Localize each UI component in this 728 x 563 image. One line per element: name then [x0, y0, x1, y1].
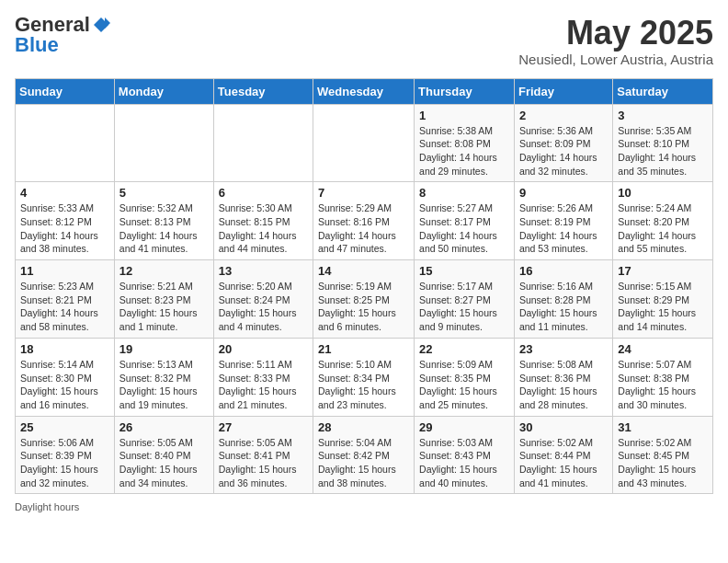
column-header-saturday: Saturday [613, 78, 713, 104]
day-number: 11 [20, 264, 109, 278]
calendar-cell: 8Sunrise: 5:27 AM Sunset: 8:17 PM Daylig… [415, 182, 515, 260]
day-number: 9 [519, 186, 608, 200]
day-number: 14 [318, 264, 409, 278]
day-info: Sunrise: 5:17 AM Sunset: 8:27 PM Dayligh… [419, 280, 509, 334]
day-number: 20 [219, 342, 308, 356]
calendar-cell: 1Sunrise: 5:38 AM Sunset: 8:08 PM Daylig… [415, 104, 515, 182]
footer-label: Daylight hours [15, 501, 79, 512]
day-number: 31 [618, 420, 708, 434]
day-info: Sunrise: 5:20 AM Sunset: 8:24 PM Dayligh… [219, 280, 308, 334]
day-info: Sunrise: 5:35 AM Sunset: 8:10 PM Dayligh… [618, 124, 708, 178]
day-info: Sunrise: 5:10 AM Sunset: 8:34 PM Dayligh… [318, 358, 409, 412]
calendar-cell [313, 104, 415, 182]
calendar-cell: 28Sunrise: 5:04 AM Sunset: 8:42 PM Dayli… [313, 416, 415, 494]
calendar-cell [213, 104, 313, 182]
calendar-cell: 27Sunrise: 5:05 AM Sunset: 8:41 PM Dayli… [213, 416, 313, 494]
day-info: Sunrise: 5:32 AM Sunset: 8:13 PM Dayligh… [119, 201, 209, 256]
day-info: Sunrise: 5:05 AM Sunset: 8:41 PM Dayligh… [219, 436, 308, 490]
calendar-table: SundayMondayTuesdayWednesdayThursdayFrid… [15, 78, 713, 495]
calendar-cell: 17Sunrise: 5:15 AM Sunset: 8:29 PM Dayli… [613, 260, 713, 339]
day-number: 22 [419, 342, 509, 356]
day-info: Sunrise: 5:09 AM Sunset: 8:35 PM Dayligh… [419, 358, 509, 412]
day-number: 8 [419, 186, 509, 200]
column-header-sunday: Sunday [16, 78, 115, 104]
calendar-cell: 4Sunrise: 5:33 AM Sunset: 8:12 PM Daylig… [16, 182, 115, 260]
day-info: Sunrise: 5:19 AM Sunset: 8:25 PM Dayligh… [318, 280, 409, 334]
location-subtitle: Neusiedl, Lower Austria, Austria [518, 52, 713, 67]
day-info: Sunrise: 5:05 AM Sunset: 8:40 PM Dayligh… [119, 436, 209, 490]
calendar-cell: 19Sunrise: 5:13 AM Sunset: 8:32 PM Dayli… [114, 338, 213, 416]
day-info: Sunrise: 5:30 AM Sunset: 8:15 PM Dayligh… [219, 201, 308, 256]
title-block: May 2025 Neusiedl, Lower Austria, Austri… [518, 15, 713, 67]
day-info: Sunrise: 5:14 AM Sunset: 8:30 PM Dayligh… [20, 358, 109, 412]
calendar-cell: 18Sunrise: 5:14 AM Sunset: 8:30 PM Dayli… [16, 338, 115, 416]
day-number: 4 [20, 186, 109, 200]
calendar-cell: 26Sunrise: 5:05 AM Sunset: 8:40 PM Dayli… [114, 416, 213, 494]
day-info: Sunrise: 5:02 AM Sunset: 8:44 PM Dayligh… [519, 436, 608, 490]
calendar-cell: 29Sunrise: 5:03 AM Sunset: 8:43 PM Dayli… [415, 416, 515, 494]
day-info: Sunrise: 5:21 AM Sunset: 8:23 PM Dayligh… [119, 280, 209, 334]
day-info: Sunrise: 5:13 AM Sunset: 8:32 PM Dayligh… [119, 358, 209, 412]
calendar-cell: 12Sunrise: 5:21 AM Sunset: 8:23 PM Dayli… [114, 260, 213, 339]
column-header-monday: Monday [114, 78, 213, 104]
day-number: 24 [618, 342, 708, 356]
logo: General Blue [15, 15, 110, 55]
day-number: 16 [519, 264, 608, 278]
calendar-week-row: 1Sunrise: 5:38 AM Sunset: 8:08 PM Daylig… [16, 104, 713, 182]
calendar-cell: 11Sunrise: 5:23 AM Sunset: 8:21 PM Dayli… [16, 260, 115, 339]
day-number: 2 [519, 109, 608, 122]
day-number: 15 [419, 264, 509, 278]
day-info: Sunrise: 5:23 AM Sunset: 8:21 PM Dayligh… [20, 280, 109, 334]
calendar-cell: 22Sunrise: 5:09 AM Sunset: 8:35 PM Dayli… [415, 338, 515, 416]
day-info: Sunrise: 5:33 AM Sunset: 8:12 PM Dayligh… [20, 201, 109, 256]
calendar-cell: 3Sunrise: 5:35 AM Sunset: 8:10 PM Daylig… [613, 104, 713, 182]
day-info: Sunrise: 5:26 AM Sunset: 8:19 PM Dayligh… [519, 201, 608, 256]
day-number: 10 [618, 186, 708, 200]
day-number: 12 [119, 264, 209, 278]
logo-general: General [15, 15, 90, 35]
calendar-header-row: SundayMondayTuesdayWednesdayThursdayFrid… [16, 78, 713, 104]
day-number: 1 [419, 109, 509, 122]
page-header: General Blue May 2025 Neusiedl, Lower Au… [15, 15, 713, 67]
calendar-cell: 2Sunrise: 5:36 AM Sunset: 8:09 PM Daylig… [514, 104, 612, 182]
day-info: Sunrise: 5:06 AM Sunset: 8:39 PM Dayligh… [20, 436, 109, 490]
calendar-cell: 7Sunrise: 5:29 AM Sunset: 8:16 PM Daylig… [313, 182, 415, 260]
day-info: Sunrise: 5:15 AM Sunset: 8:29 PM Dayligh… [618, 280, 708, 334]
day-number: 13 [219, 264, 308, 278]
column-header-wednesday: Wednesday [313, 78, 415, 104]
day-number: 30 [519, 420, 608, 434]
day-number: 21 [318, 342, 409, 356]
calendar-week-row: 4Sunrise: 5:33 AM Sunset: 8:12 PM Daylig… [16, 182, 713, 260]
calendar-cell: 25Sunrise: 5:06 AM Sunset: 8:39 PM Dayli… [16, 416, 115, 494]
calendar-cell: 13Sunrise: 5:20 AM Sunset: 8:24 PM Dayli… [213, 260, 313, 339]
day-number: 18 [20, 342, 109, 356]
day-info: Sunrise: 5:11 AM Sunset: 8:33 PM Dayligh… [219, 358, 308, 412]
calendar-cell: 15Sunrise: 5:17 AM Sunset: 8:27 PM Dayli… [415, 260, 515, 339]
calendar-cell [114, 104, 213, 182]
day-info: Sunrise: 5:08 AM Sunset: 8:36 PM Dayligh… [519, 358, 608, 412]
day-info: Sunrise: 5:02 AM Sunset: 8:45 PM Dayligh… [618, 436, 708, 490]
day-info: Sunrise: 5:29 AM Sunset: 8:16 PM Dayligh… [318, 201, 409, 256]
day-number: 25 [20, 420, 109, 434]
logo-blue: Blue [15, 35, 59, 55]
day-number: 27 [219, 420, 308, 434]
logo-icon [92, 16, 110, 34]
day-number: 6 [219, 186, 308, 200]
calendar-cell [16, 104, 115, 182]
day-number: 5 [119, 186, 209, 200]
column-header-friday: Friday [514, 78, 612, 104]
day-number: 28 [318, 420, 409, 434]
day-number: 19 [119, 342, 209, 356]
month-title: May 2025 [518, 15, 713, 52]
calendar-cell: 10Sunrise: 5:24 AM Sunset: 8:20 PM Dayli… [613, 182, 713, 260]
calendar-cell: 20Sunrise: 5:11 AM Sunset: 8:33 PM Dayli… [213, 338, 313, 416]
day-number: 7 [318, 186, 409, 200]
calendar-cell: 16Sunrise: 5:16 AM Sunset: 8:28 PM Dayli… [514, 260, 612, 339]
calendar-cell: 21Sunrise: 5:10 AM Sunset: 8:34 PM Dayli… [313, 338, 415, 416]
day-info: Sunrise: 5:24 AM Sunset: 8:20 PM Dayligh… [618, 201, 708, 256]
calendar-week-row: 18Sunrise: 5:14 AM Sunset: 8:30 PM Dayli… [16, 338, 713, 416]
day-number: 26 [119, 420, 209, 434]
column-header-tuesday: Tuesday [213, 78, 313, 104]
day-info: Sunrise: 5:07 AM Sunset: 8:38 PM Dayligh… [618, 358, 708, 412]
calendar-week-row: 25Sunrise: 5:06 AM Sunset: 8:39 PM Dayli… [16, 416, 713, 494]
